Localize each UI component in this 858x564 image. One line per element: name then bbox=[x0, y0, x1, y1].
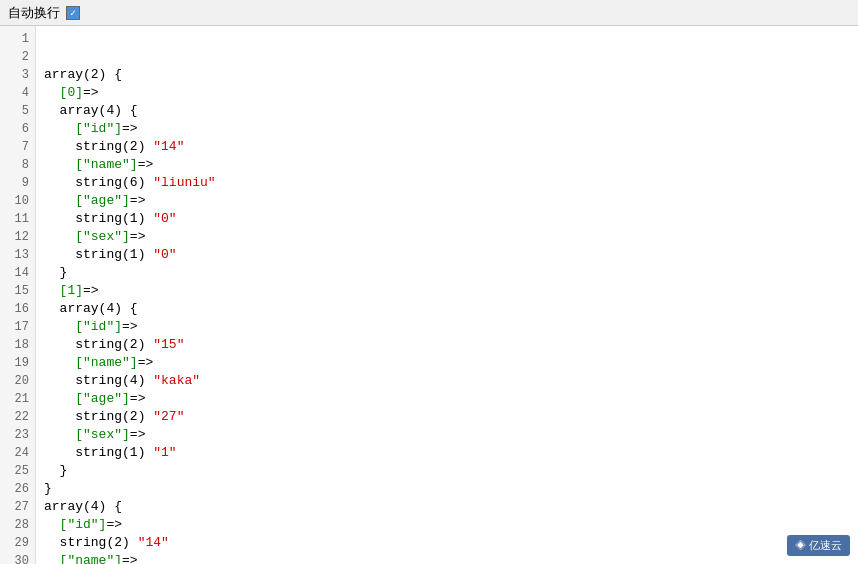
code-line: ["id"]=> bbox=[44, 120, 850, 138]
line-number: 9 bbox=[0, 174, 35, 192]
code-line: string(2) "14" bbox=[44, 534, 850, 552]
code-line: [1]=> bbox=[44, 282, 850, 300]
line-number: 14 bbox=[0, 264, 35, 282]
code-line: array(4) { bbox=[44, 498, 850, 516]
line-number: 6 bbox=[0, 120, 35, 138]
watermark: ◈ 亿速云 bbox=[787, 535, 850, 556]
line-number: 1 bbox=[0, 30, 35, 48]
code-line: ["id"]=> bbox=[44, 318, 850, 336]
code-line: ["name"]=> bbox=[44, 156, 850, 174]
line-number: 24 bbox=[0, 444, 35, 462]
line-number: 26 bbox=[0, 480, 35, 498]
line-numbers: 1234567891011121314151617181920212223242… bbox=[0, 26, 36, 564]
line-number: 19 bbox=[0, 354, 35, 372]
line-number: 27 bbox=[0, 498, 35, 516]
line-number: 2 bbox=[0, 48, 35, 66]
code-line: [0]=> bbox=[44, 84, 850, 102]
line-number: 22 bbox=[0, 408, 35, 426]
line-number: 7 bbox=[0, 138, 35, 156]
line-number: 13 bbox=[0, 246, 35, 264]
line-number: 8 bbox=[0, 156, 35, 174]
line-number: 15 bbox=[0, 282, 35, 300]
line-number: 29 bbox=[0, 534, 35, 552]
auto-wrap-checkbox[interactable] bbox=[66, 6, 80, 20]
line-number: 28 bbox=[0, 516, 35, 534]
code-line: } bbox=[44, 264, 850, 282]
auto-wrap-label: 自动换行 bbox=[8, 4, 60, 22]
code-line: string(1) "0" bbox=[44, 210, 850, 228]
line-number: 25 bbox=[0, 462, 35, 480]
line-number: 12 bbox=[0, 228, 35, 246]
code-line: array(4) { bbox=[44, 102, 850, 120]
line-number: 20 bbox=[0, 372, 35, 390]
code-line: ["sex"]=> bbox=[44, 426, 850, 444]
top-bar: 自动换行 bbox=[0, 0, 858, 26]
code-content[interactable]: array(2) { [0]=> array(4) { ["id"]=> str… bbox=[36, 26, 858, 564]
line-number: 4 bbox=[0, 84, 35, 102]
code-area: 1234567891011121314151617181920212223242… bbox=[0, 26, 858, 564]
code-line: string(1) "0" bbox=[44, 246, 850, 264]
code-line: string(1) "1" bbox=[44, 444, 850, 462]
line-number: 16 bbox=[0, 300, 35, 318]
line-number: 18 bbox=[0, 336, 35, 354]
code-line: string(6) "liuniu" bbox=[44, 174, 850, 192]
line-number: 10 bbox=[0, 192, 35, 210]
line-number: 17 bbox=[0, 318, 35, 336]
line-number: 21 bbox=[0, 390, 35, 408]
code-line: string(2) "15" bbox=[44, 336, 850, 354]
code-line: array(2) { bbox=[44, 66, 850, 84]
line-number: 5 bbox=[0, 102, 35, 120]
code-line: } bbox=[44, 480, 850, 498]
code-line: string(2) "27" bbox=[44, 408, 850, 426]
code-line: ["age"]=> bbox=[44, 192, 850, 210]
code-line: string(2) "14" bbox=[44, 138, 850, 156]
code-line: ["sex"]=> bbox=[44, 228, 850, 246]
line-number: 11 bbox=[0, 210, 35, 228]
code-line: ["id"]=> bbox=[44, 516, 850, 534]
code-line: ["name"]=> bbox=[44, 552, 850, 564]
line-number: 30 bbox=[0, 552, 35, 564]
code-line: ["name"]=> bbox=[44, 354, 850, 372]
code-line: } bbox=[44, 462, 850, 480]
line-number: 23 bbox=[0, 426, 35, 444]
line-number: 3 bbox=[0, 66, 35, 84]
code-line: array(4) { bbox=[44, 300, 850, 318]
code-line: ["age"]=> bbox=[44, 390, 850, 408]
code-line: string(4) "kaka" bbox=[44, 372, 850, 390]
